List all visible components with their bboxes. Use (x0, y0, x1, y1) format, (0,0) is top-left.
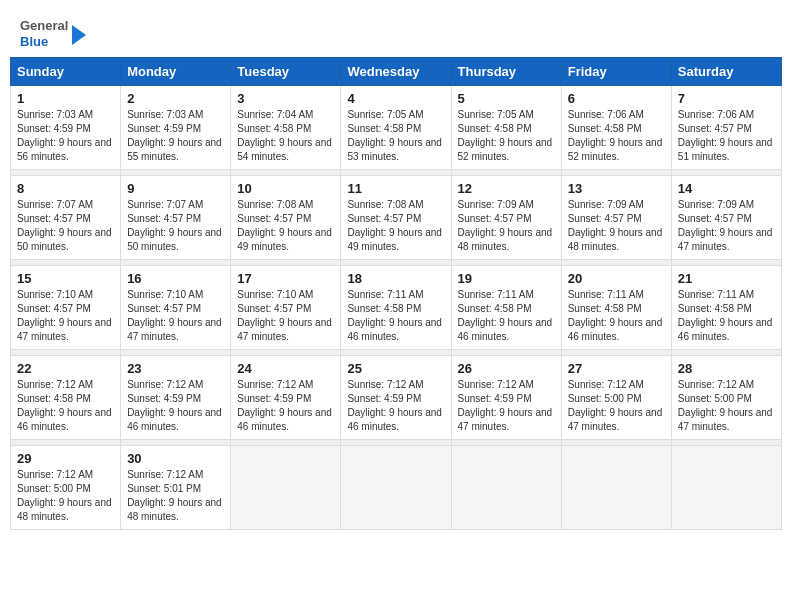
day-number: 16 (127, 271, 224, 286)
calendar-day-cell (341, 446, 451, 530)
day-info: Sunrise: 7:12 AM Sunset: 4:59 PM Dayligh… (237, 378, 334, 434)
calendar-header-row: SundayMondayTuesdayWednesdayThursdayFrid… (11, 58, 782, 86)
day-number: 24 (237, 361, 334, 376)
day-info: Sunrise: 7:11 AM Sunset: 4:58 PM Dayligh… (347, 288, 444, 344)
day-info: Sunrise: 7:12 AM Sunset: 4:59 PM Dayligh… (347, 378, 444, 434)
day-number: 9 (127, 181, 224, 196)
calendar-week-row: 29 Sunrise: 7:12 AM Sunset: 5:00 PM Dayl… (11, 446, 782, 530)
day-info: Sunrise: 7:12 AM Sunset: 4:59 PM Dayligh… (458, 378, 555, 434)
day-number: 2 (127, 91, 224, 106)
weekday-header: Tuesday (231, 58, 341, 86)
weekday-header: Wednesday (341, 58, 451, 86)
calendar-day-cell (561, 446, 671, 530)
day-info: Sunrise: 7:09 AM Sunset: 4:57 PM Dayligh… (458, 198, 555, 254)
calendar-table: SundayMondayTuesdayWednesdayThursdayFrid… (10, 57, 782, 530)
calendar-day-cell: 11 Sunrise: 7:08 AM Sunset: 4:57 PM Dayl… (341, 176, 451, 260)
calendar-week-row: 1 Sunrise: 7:03 AM Sunset: 4:59 PM Dayli… (11, 86, 782, 170)
day-number: 11 (347, 181, 444, 196)
day-info: Sunrise: 7:11 AM Sunset: 4:58 PM Dayligh… (678, 288, 775, 344)
day-info: Sunrise: 7:04 AM Sunset: 4:58 PM Dayligh… (237, 108, 334, 164)
day-info: Sunrise: 7:12 AM Sunset: 5:00 PM Dayligh… (678, 378, 775, 434)
day-number: 26 (458, 361, 555, 376)
weekday-header: Saturday (671, 58, 781, 86)
day-info: Sunrise: 7:12 AM Sunset: 5:00 PM Dayligh… (568, 378, 665, 434)
calendar-day-cell: 7 Sunrise: 7:06 AM Sunset: 4:57 PM Dayli… (671, 86, 781, 170)
day-info: Sunrise: 7:10 AM Sunset: 4:57 PM Dayligh… (237, 288, 334, 344)
weekday-header: Friday (561, 58, 671, 86)
day-number: 20 (568, 271, 665, 286)
calendar-day-cell: 21 Sunrise: 7:11 AM Sunset: 4:58 PM Dayl… (671, 266, 781, 350)
day-number: 18 (347, 271, 444, 286)
day-info: Sunrise: 7:10 AM Sunset: 4:57 PM Dayligh… (127, 288, 224, 344)
calendar-week-row: 22 Sunrise: 7:12 AM Sunset: 4:58 PM Dayl… (11, 356, 782, 440)
calendar-day-cell: 15 Sunrise: 7:10 AM Sunset: 4:57 PM Dayl… (11, 266, 121, 350)
day-number: 12 (458, 181, 555, 196)
calendar-day-cell: 22 Sunrise: 7:12 AM Sunset: 4:58 PM Dayl… (11, 356, 121, 440)
logo: General Blue (20, 18, 86, 49)
day-info: Sunrise: 7:09 AM Sunset: 4:57 PM Dayligh… (568, 198, 665, 254)
day-info: Sunrise: 7:05 AM Sunset: 4:58 PM Dayligh… (458, 108, 555, 164)
header: General Blue (10, 10, 782, 53)
weekday-header: Sunday (11, 58, 121, 86)
calendar-day-cell: 2 Sunrise: 7:03 AM Sunset: 4:59 PM Dayli… (121, 86, 231, 170)
calendar-day-cell (451, 446, 561, 530)
calendar-day-cell: 6 Sunrise: 7:06 AM Sunset: 4:58 PM Dayli… (561, 86, 671, 170)
day-info: Sunrise: 7:07 AM Sunset: 4:57 PM Dayligh… (17, 198, 114, 254)
day-info: Sunrise: 7:08 AM Sunset: 4:57 PM Dayligh… (347, 198, 444, 254)
day-number: 13 (568, 181, 665, 196)
day-info: Sunrise: 7:12 AM Sunset: 4:59 PM Dayligh… (127, 378, 224, 434)
calendar-day-cell: 24 Sunrise: 7:12 AM Sunset: 4:59 PM Dayl… (231, 356, 341, 440)
calendar-day-cell: 5 Sunrise: 7:05 AM Sunset: 4:58 PM Dayli… (451, 86, 561, 170)
day-number: 25 (347, 361, 444, 376)
day-number: 14 (678, 181, 775, 196)
calendar-week-row: 8 Sunrise: 7:07 AM Sunset: 4:57 PM Dayli… (11, 176, 782, 260)
logo-text: General Blue (20, 18, 68, 49)
weekday-header: Monday (121, 58, 231, 86)
calendar-day-cell: 13 Sunrise: 7:09 AM Sunset: 4:57 PM Dayl… (561, 176, 671, 260)
day-number: 6 (568, 91, 665, 106)
day-info: Sunrise: 7:05 AM Sunset: 4:58 PM Dayligh… (347, 108, 444, 164)
day-number: 3 (237, 91, 334, 106)
weekday-header: Thursday (451, 58, 561, 86)
day-info: Sunrise: 7:12 AM Sunset: 5:01 PM Dayligh… (127, 468, 224, 524)
calendar-day-cell: 18 Sunrise: 7:11 AM Sunset: 4:58 PM Dayl… (341, 266, 451, 350)
day-number: 22 (17, 361, 114, 376)
day-info: Sunrise: 7:11 AM Sunset: 4:58 PM Dayligh… (568, 288, 665, 344)
calendar-day-cell: 28 Sunrise: 7:12 AM Sunset: 5:00 PM Dayl… (671, 356, 781, 440)
day-info: Sunrise: 7:07 AM Sunset: 4:57 PM Dayligh… (127, 198, 224, 254)
day-number: 30 (127, 451, 224, 466)
day-info: Sunrise: 7:12 AM Sunset: 4:58 PM Dayligh… (17, 378, 114, 434)
day-number: 4 (347, 91, 444, 106)
day-number: 27 (568, 361, 665, 376)
calendar-day-cell: 12 Sunrise: 7:09 AM Sunset: 4:57 PM Dayl… (451, 176, 561, 260)
calendar-week-row: 15 Sunrise: 7:10 AM Sunset: 4:57 PM Dayl… (11, 266, 782, 350)
logo-arrow-icon (72, 25, 86, 45)
calendar-day-cell: 8 Sunrise: 7:07 AM Sunset: 4:57 PM Dayli… (11, 176, 121, 260)
day-number: 15 (17, 271, 114, 286)
day-number: 28 (678, 361, 775, 376)
calendar-day-cell (671, 446, 781, 530)
calendar-day-cell: 14 Sunrise: 7:09 AM Sunset: 4:57 PM Dayl… (671, 176, 781, 260)
calendar-day-cell: 4 Sunrise: 7:05 AM Sunset: 4:58 PM Dayli… (341, 86, 451, 170)
day-info: Sunrise: 7:11 AM Sunset: 4:58 PM Dayligh… (458, 288, 555, 344)
day-info: Sunrise: 7:08 AM Sunset: 4:57 PM Dayligh… (237, 198, 334, 254)
calendar-day-cell: 1 Sunrise: 7:03 AM Sunset: 4:59 PM Dayli… (11, 86, 121, 170)
day-info: Sunrise: 7:06 AM Sunset: 4:57 PM Dayligh… (678, 108, 775, 164)
day-info: Sunrise: 7:10 AM Sunset: 4:57 PM Dayligh… (17, 288, 114, 344)
logo-blue: Blue (20, 34, 68, 50)
day-number: 21 (678, 271, 775, 286)
calendar-day-cell: 10 Sunrise: 7:08 AM Sunset: 4:57 PM Dayl… (231, 176, 341, 260)
day-number: 19 (458, 271, 555, 286)
calendar-day-cell: 27 Sunrise: 7:12 AM Sunset: 5:00 PM Dayl… (561, 356, 671, 440)
day-number: 10 (237, 181, 334, 196)
day-number: 17 (237, 271, 334, 286)
logo-general: General (20, 18, 68, 34)
calendar-day-cell: 30 Sunrise: 7:12 AM Sunset: 5:01 PM Dayl… (121, 446, 231, 530)
calendar-day-cell (231, 446, 341, 530)
day-info: Sunrise: 7:06 AM Sunset: 4:58 PM Dayligh… (568, 108, 665, 164)
day-number: 8 (17, 181, 114, 196)
calendar-day-cell: 16 Sunrise: 7:10 AM Sunset: 4:57 PM Dayl… (121, 266, 231, 350)
calendar-day-cell: 25 Sunrise: 7:12 AM Sunset: 4:59 PM Dayl… (341, 356, 451, 440)
calendar-day-cell: 3 Sunrise: 7:04 AM Sunset: 4:58 PM Dayli… (231, 86, 341, 170)
calendar-day-cell: 17 Sunrise: 7:10 AM Sunset: 4:57 PM Dayl… (231, 266, 341, 350)
